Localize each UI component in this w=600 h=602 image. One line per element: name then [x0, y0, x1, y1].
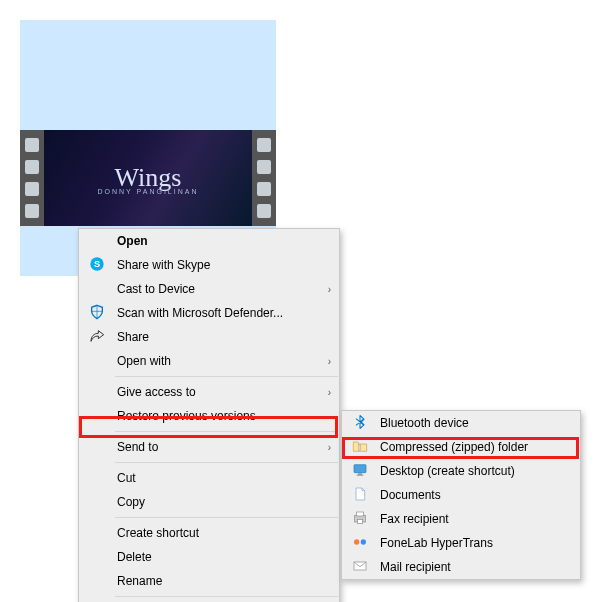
menu-open[interactable]: Open	[79, 229, 339, 253]
menu-share[interactable]: Share	[79, 325, 339, 349]
chevron-right-icon: ›	[328, 356, 331, 367]
share-icon	[87, 328, 107, 347]
chevron-right-icon: ›	[328, 387, 331, 398]
svg-rect-7	[357, 512, 364, 516]
video-frame: Wings DONNY PANGILINAN	[44, 130, 252, 226]
menu-separator	[115, 462, 338, 463]
zip-folder-icon	[350, 438, 370, 457]
menu-delete[interactable]: Delete	[79, 545, 339, 569]
svg-rect-8	[357, 519, 362, 523]
sendto-fonelab[interactable]: FoneLab HyperTrans	[342, 531, 580, 555]
context-menu: Open S Share with Skype Cast to Device ›…	[78, 228, 340, 602]
shield-icon	[87, 304, 107, 323]
sendto-documents[interactable]: Documents	[342, 483, 580, 507]
menu-separator	[115, 596, 338, 597]
menu-separator	[115, 517, 338, 518]
menu-give-access[interactable]: Give access to ›	[79, 380, 339, 404]
film-strip-left	[20, 130, 44, 226]
video-subtitle-text: DONNY PANGILINAN	[98, 188, 199, 195]
svg-point-10	[361, 539, 366, 544]
film-strip-right	[252, 130, 276, 226]
chevron-right-icon: ›	[328, 284, 331, 295]
menu-cut[interactable]: Cut	[79, 466, 339, 490]
mail-icon	[350, 558, 370, 577]
menu-scan-defender[interactable]: Scan with Microsoft Defender...	[79, 301, 339, 325]
svg-rect-4	[358, 473, 362, 474]
menu-create-shortcut[interactable]: Create shortcut	[79, 521, 339, 545]
menu-separator	[115, 431, 338, 432]
sendto-desktop[interactable]: Desktop (create shortcut)	[342, 459, 580, 483]
menu-rename[interactable]: Rename	[79, 569, 339, 593]
chevron-right-icon: ›	[328, 442, 331, 453]
sendto-mail[interactable]: Mail recipient	[342, 555, 580, 579]
menu-separator	[115, 376, 338, 377]
menu-restore-previous[interactable]: Restore previous versions	[79, 404, 339, 428]
fonelab-icon	[350, 534, 370, 553]
bluetooth-icon	[350, 414, 370, 433]
svg-text:S: S	[94, 259, 100, 269]
sendto-submenu: Bluetooth device Compressed (zipped) fol…	[341, 410, 581, 580]
menu-cast-to-device[interactable]: Cast to Device ›	[79, 277, 339, 301]
menu-open-with[interactable]: Open with ›	[79, 349, 339, 373]
sendto-compressed[interactable]: Compressed (zipped) folder	[342, 435, 580, 459]
svg-rect-3	[354, 464, 366, 472]
desktop-icon	[350, 462, 370, 481]
menu-share-skype[interactable]: S Share with Skype	[79, 253, 339, 277]
svg-rect-2	[359, 444, 361, 450]
fax-icon	[350, 510, 370, 529]
svg-point-9	[354, 539, 359, 544]
skype-icon: S	[87, 256, 107, 275]
svg-rect-5	[357, 474, 364, 475]
video-thumbnail[interactable]: Wings DONNY PANGILINAN	[20, 130, 276, 226]
menu-copy[interactable]: Copy	[79, 490, 339, 514]
sendto-fax[interactable]: Fax recipient	[342, 507, 580, 531]
sendto-bluetooth[interactable]: Bluetooth device	[342, 411, 580, 435]
menu-send-to[interactable]: Send to ›	[79, 435, 339, 459]
documents-icon	[350, 486, 370, 505]
